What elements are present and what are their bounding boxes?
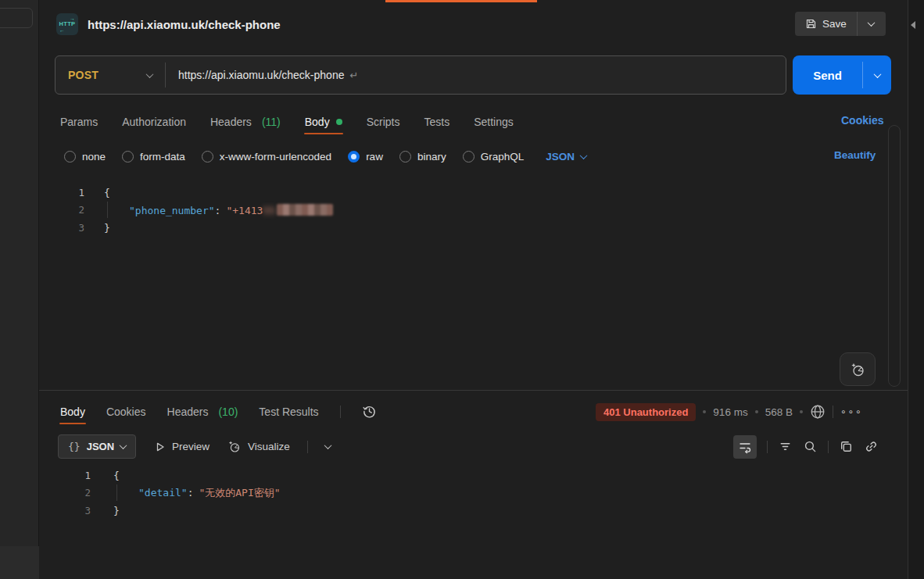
tab-settings[interactable]: Settings [474,109,514,134]
tab-label: Params [60,116,98,128]
tab-label: Settings [474,116,514,128]
status-badge: 401 Unauthorized [596,403,696,421]
enter-key-icon: ↵ [349,70,358,81]
language-select[interactable]: JSON [546,151,586,163]
save-button-group: Save [795,12,886,36]
mode-raw[interactable]: raw [348,151,383,163]
response-format-select[interactable]: {} JSON [58,434,136,459]
response-toolbar-icons [733,434,879,459]
headers-count: (10) [218,406,238,418]
save-dropdown-button[interactable] [858,12,886,36]
response-tab-body[interactable]: Body [60,399,85,424]
send-dropdown-button[interactable] [863,55,891,95]
preview-label: Preview [172,441,210,452]
tab-label: Headers [167,406,209,418]
divider [767,441,768,453]
code-line: 3 } [39,219,908,237]
mode-form-data[interactable]: form-data [122,151,185,163]
code-line: 2 "detail":"无效的API密钥" [39,484,908,502]
mode-graphql[interactable]: GraphQL [463,151,525,163]
response-tab-cookies[interactable]: Cookies [106,399,146,424]
method-select[interactable]: POST [56,69,165,81]
pane-divider[interactable] [39,390,908,391]
filter-icon [778,439,793,454]
more-options-button[interactable]: ∘∘∘ [840,406,863,417]
response-toolbar: {} JSON Preview Visualize [58,434,331,459]
visualize-label: Visualize [248,441,290,452]
tab-headers[interactable]: Headers(11) [210,109,281,134]
url-input[interactable]: https://api.xiaomu.uk/check-phone↵ [178,69,358,81]
save-button-label: Save [822,18,847,30]
redaction-blur-block [277,204,333,216]
response-tab-headers[interactable]: Headers(10) [167,399,238,424]
code-text: } [104,222,110,234]
tab-tests[interactable]: Tests [424,109,449,134]
wrap-text-button[interactable] [733,435,757,459]
play-outline-icon [153,441,166,453]
separator-dot [703,410,706,413]
request-tabs: Params Authorization Headers(11) Body Sc… [60,109,514,134]
postbot-ai-button[interactable] [840,352,876,386]
mode-label: x-www-form-urlencoded [220,151,331,163]
send-button[interactable]: Send [793,55,862,95]
sidebar-collapsed-tab[interactable] [0,8,33,28]
format-label: JSON [87,441,114,452]
tab-body[interactable]: Body [305,109,342,134]
line-number: 1 [53,470,91,481]
line-number: 1 [47,187,84,198]
app-window: → HTTP ← https://api.xiaomu.uk/check-pho… [0,0,924,579]
collapse-panel-icon[interactable] [911,21,915,29]
code-line: 2 "phone_number":"+141355 [39,202,908,220]
mode-x-www-form-urlencoded[interactable]: x-www-form-urlencoded [202,151,331,163]
copy-icon [839,439,854,454]
code-text: "phone_number":"+141355 [104,204,333,216]
collapse-toolbar-chevron[interactable] [324,441,331,449]
response-tabs: Body Cookies Headers(10) Test Results [60,399,377,424]
radio-icon [399,151,411,163]
request-url-bar: POST https://api.xiaomu.uk/check-phone↵ [55,55,786,95]
indent-guide [107,202,108,218]
radio-icon [202,151,213,163]
tab-label: Body [305,116,330,128]
response-tab-test-results[interactable]: Test Results [259,399,318,424]
json-key: "phone_number" [129,205,215,216]
visualize-button[interactable]: Visualize [227,439,290,454]
code-text: } [113,505,120,516]
history-clock-icon [362,404,377,419]
code-text: { [113,470,120,481]
cookies-link[interactable]: Cookies [841,114,883,127]
line-number: 2 [47,204,84,216]
mode-label: none [82,151,106,163]
tab-authorization[interactable]: Authorization [122,109,186,134]
mode-binary[interactable]: binary [399,151,446,163]
postbot-sparkle-icon [849,361,866,378]
response-size: 568 B [765,406,793,418]
copy-button[interactable] [839,439,854,454]
network-info-button[interactable] [810,404,826,420]
link-icon [864,439,879,454]
globe-icon [810,404,826,420]
divider [833,406,833,418]
editor-scrollbar[interactable] [888,125,901,387]
code-line: 1 { [39,184,908,202]
search-icon [803,439,818,454]
indent-guide [116,484,117,501]
tab-label: Cookies [106,406,146,418]
preview-button[interactable]: Preview [153,441,210,453]
chevron-down-icon [120,441,127,449]
response-history-button[interactable] [362,404,377,419]
mode-none[interactable]: none [64,151,106,163]
search-button[interactable] [803,439,818,454]
filter-button[interactable] [778,439,793,454]
json-value: "+1413 [226,205,263,216]
tab-params[interactable]: Params [60,109,98,134]
radio-selected-icon [348,151,360,163]
beautify-link[interactable]: Beautify [834,149,876,161]
save-button[interactable]: Save [795,12,857,36]
link-button[interactable] [864,439,879,454]
mode-label: GraphQL [481,151,525,163]
chevron-down-icon [146,70,154,78]
tab-label: Headers [210,116,252,128]
line-number: 3 [53,505,91,516]
tab-scripts[interactable]: Scripts [367,109,400,134]
